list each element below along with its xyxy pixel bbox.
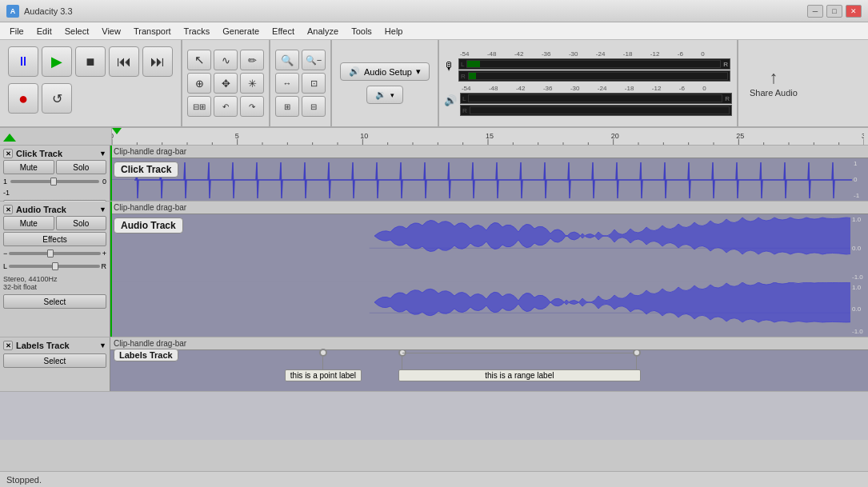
audio-track-solo-button[interactable]: Solo xyxy=(56,216,107,230)
audio-clip-handle-label: Clip-handle drag-bar xyxy=(114,203,186,212)
zoom-sel-button[interactable]: ⊟ xyxy=(302,96,326,117)
click-track-controls: ✕ Click Track ▼ Mute Solo 1 0 -1 Select xyxy=(0,146,110,201)
share-up-icon: ↑ xyxy=(769,67,778,88)
stop-button[interactable]: ■ xyxy=(75,46,106,77)
menu-tracks[interactable]: Tracks xyxy=(178,25,217,38)
share-audio-section[interactable]: ↑ Share Audio xyxy=(738,40,809,126)
click-track-name: Click Track xyxy=(16,149,96,158)
audio-track-label: Audio Track xyxy=(114,218,183,234)
skip-fwd-button[interactable]: ⏭ xyxy=(142,46,173,77)
click-track-dropdown[interactable]: ▼ xyxy=(99,150,106,158)
menu-select[interactable]: Select xyxy=(58,25,96,38)
audio-track-effects-button[interactable]: Effects xyxy=(3,232,106,246)
menu-view[interactable]: View xyxy=(95,25,127,38)
record-vu-bar-R[interactable]: R xyxy=(458,70,730,82)
click-clip-handle: Clip-handle drag-bar xyxy=(110,146,868,158)
range-label-text[interactable]: this is a range label xyxy=(398,369,641,381)
click-track-mute-button[interactable]: Mute xyxy=(3,160,54,174)
click-track: ✕ Click Track ▼ Mute Solo 1 0 -1 Select xyxy=(0,146,868,202)
main-layout: ✕ Click Track ▼ Mute Solo 1 0 -1 Select xyxy=(0,128,868,487)
edit-row-3: ⊟⊞ ↶ ↷ xyxy=(187,96,264,117)
audio-pan-slider[interactable] xyxy=(52,262,58,270)
playback-vu-bar-L[interactable]: L R xyxy=(460,93,732,104)
audio-track-mute-button[interactable]: Mute xyxy=(3,216,54,230)
labels-clip-handle-label: Clip-handle drag-bar xyxy=(114,339,186,348)
zoom-toggle-button[interactable]: ⊞ xyxy=(275,96,299,117)
pause-button[interactable]: ⏸ xyxy=(8,46,38,77)
audio-gain-plus-icon: + xyxy=(102,249,106,257)
zoom-in-button[interactable]: 🔍 xyxy=(275,50,299,70)
labels-track-select-button[interactable]: Select xyxy=(3,353,106,368)
menu-effect[interactable]: Effect xyxy=(266,25,301,38)
window-title: Audacity 3.3 xyxy=(24,6,807,16)
zoom-row-1: 🔍 🔍− xyxy=(275,50,326,70)
extra-tool-3[interactable]: ↷ xyxy=(240,96,264,117)
menu-tools[interactable]: Tools xyxy=(345,25,378,38)
extra-tool-1[interactable]: ⊟⊞ xyxy=(187,96,211,117)
menu-analyze[interactable]: Analyze xyxy=(301,25,345,38)
labels-track-dropdown[interactable]: ▼ xyxy=(99,341,106,349)
multitool-button[interactable]: ✥ xyxy=(214,73,238,94)
point-label-marker[interactable] xyxy=(319,349,327,357)
audio-setup-label: Audio Setup xyxy=(364,67,412,77)
skip-back-button[interactable]: ⏮ xyxy=(109,46,139,77)
menu-help[interactable]: Help xyxy=(378,25,410,38)
envelope-tool-button[interactable]: ∿ xyxy=(214,50,238,70)
svg-marker-0 xyxy=(3,134,16,142)
click-track-label: Click Track xyxy=(114,162,178,178)
point-label-text[interactable]: this is a point label xyxy=(285,369,362,381)
share-audio-label: Share Audio xyxy=(750,88,798,98)
audio-setup-button[interactable]: 🔊 Audio Setup ▾ xyxy=(340,62,430,81)
audio-track-dropdown[interactable]: ▼ xyxy=(99,206,106,214)
fit-tracks-button[interactable]: ↔ xyxy=(275,73,299,94)
menu-transport[interactable]: Transport xyxy=(127,25,178,38)
labels-track: ✕ Labels Track ▼ Select Clip-handle drag… xyxy=(0,337,868,392)
extra-tool-2[interactable]: ↶ xyxy=(214,96,238,117)
maximize-button[interactable]: □ xyxy=(826,5,842,18)
audio-track: ✕ Audio Track ▼ Mute Solo Effects − + xyxy=(0,202,868,337)
playback-vu-bar-R[interactable]: R xyxy=(460,105,732,116)
window-controls: ─ □ ✕ xyxy=(807,5,862,18)
audio-track-name: Audio Track xyxy=(16,205,96,214)
svg-rect-9 xyxy=(110,282,370,337)
edit-tools-section: ↖ ∿ ✏ ⊕ ✥ ✳ ⊟⊞ ↶ ↷ xyxy=(182,40,270,126)
title-bar: A Audacity 3.3 ─ □ ✕ xyxy=(0,0,868,22)
share-audio-button-2[interactable]: 🔉 ▾ xyxy=(366,86,403,104)
ruler-left-pad xyxy=(0,128,112,145)
app-icon: A xyxy=(6,5,19,18)
zoom-tool-button[interactable]: ⊕ xyxy=(187,73,211,94)
record-vu-bar-L[interactable]: L R xyxy=(458,58,730,70)
point-label-line xyxy=(322,357,323,369)
audio-track-select-button[interactable]: Select xyxy=(3,294,106,309)
select-tool-button[interactable]: ↖ xyxy=(187,50,211,70)
zoom-out-button[interactable]: 🔍− xyxy=(302,50,326,70)
mic-icon: 🎙 xyxy=(444,60,455,73)
playback-cursor xyxy=(112,128,122,134)
menu-file[interactable]: File xyxy=(3,25,30,38)
fit-selection-button[interactable]: ⊡ xyxy=(302,73,326,94)
vu-meter-section: 🎙 -54 -48 -42 -36 -30 -24 -18 -12 -6 0 L xyxy=(439,40,738,126)
close-button[interactable]: ✕ xyxy=(846,5,862,18)
star-tool-button[interactable]: ✳ xyxy=(240,73,264,94)
loop-button[interactable]: ↺ xyxy=(42,83,72,114)
click-track-solo-button[interactable]: Solo xyxy=(56,160,107,174)
zoom-section: 🔍 🔍− ↔ ⊡ ⊞ ⊟ xyxy=(270,40,332,126)
labels-track-title-bar: ✕ Labels Track ▼ xyxy=(3,341,106,350)
audio-track-top-svg xyxy=(110,214,850,282)
audio-gain-slider[interactable] xyxy=(47,249,54,257)
draw-tool-button[interactable]: ✏ xyxy=(240,50,264,70)
click-track-waveform-svg xyxy=(110,158,852,201)
click-track-gain-slider[interactable] xyxy=(50,178,57,186)
click-clip-handle-label: Clip-handle drag-bar xyxy=(114,147,186,156)
audio-track-waveform: Clip-handle drag-bar Audio Track 1.0 0.0… xyxy=(110,202,868,337)
speaker-vu-icon: 🔊 xyxy=(444,94,457,106)
click-track-close-button[interactable]: ✕ xyxy=(3,149,13,158)
menu-generate[interactable]: Generate xyxy=(216,25,266,38)
minimize-button[interactable]: ─ xyxy=(807,5,823,18)
play-button[interactable]: ▶ xyxy=(42,46,72,77)
menu-edit[interactable]: Edit xyxy=(30,25,58,38)
audio-track-close-button[interactable]: ✕ xyxy=(3,205,13,214)
click-track-gain-label: 1 xyxy=(3,178,7,186)
record-button[interactable]: ● xyxy=(8,83,38,114)
labels-track-close-button[interactable]: ✕ xyxy=(3,341,13,350)
